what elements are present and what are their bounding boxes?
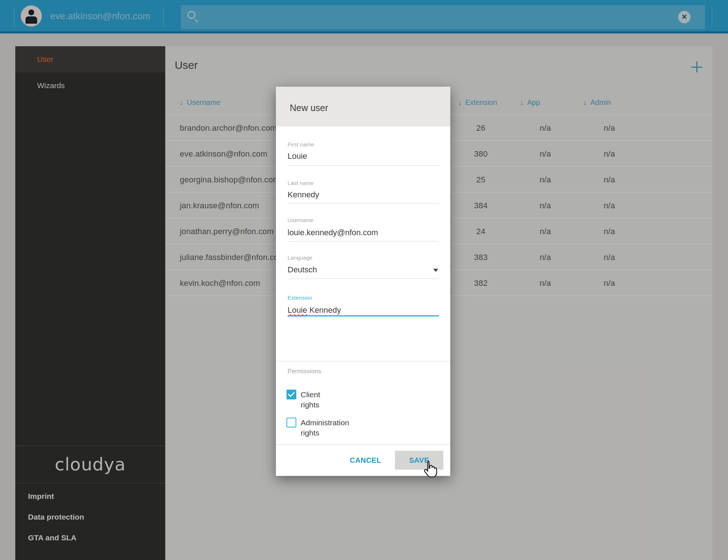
misspelled-text: Louie	[288, 305, 307, 315]
administration-rights-checkbox[interactable]	[286, 418, 296, 427]
cursor-pointer-icon	[422, 460, 438, 479]
language-select[interactable]: Deutsch	[288, 265, 439, 275]
username-input[interactable]: louie.kennedy@nfon.com	[288, 228, 439, 237]
last-name-label: Last name	[288, 180, 314, 186]
language-label: Language	[288, 255, 312, 261]
last-name-input[interactable]: Kennedy	[288, 190, 439, 200]
focused-underline	[288, 315, 439, 316]
first-name-input[interactable]: Louie	[288, 151, 439, 161]
administration-rights-label: Administration rights	[301, 418, 349, 438]
dropdown-caret-icon[interactable]	[433, 269, 438, 272]
cancel-button[interactable]: CANCEL	[344, 445, 387, 476]
extension-label: Extension	[288, 295, 312, 301]
client-rights-label: Client rights	[301, 390, 320, 410]
modal-header: New user	[276, 87, 450, 126]
section-divider	[276, 361, 450, 362]
client-rights-checkbox[interactable]	[286, 390, 296, 399]
new-user-modal: New user First name Louie Last name Kenn…	[276, 87, 450, 476]
first-name-label: First name	[288, 141, 314, 147]
extension-input[interactable]: Louie Kennedy	[288, 305, 439, 315]
permissions-label: Permissions	[288, 368, 321, 375]
modal-title: New user	[290, 103, 328, 113]
username-label: Username	[288, 217, 313, 223]
